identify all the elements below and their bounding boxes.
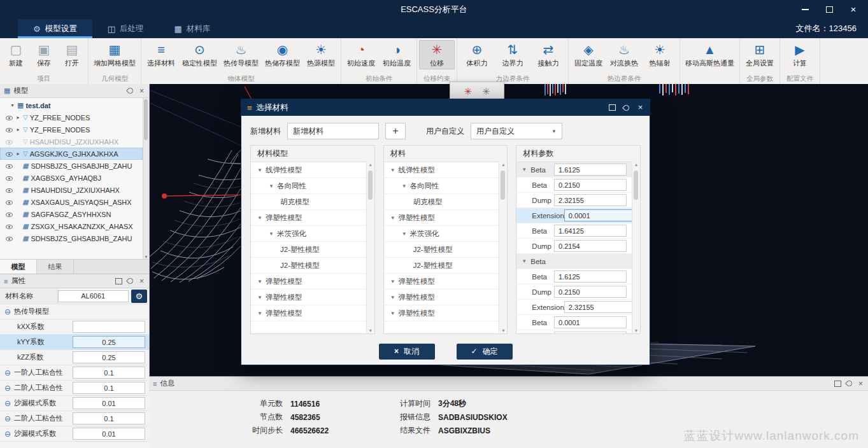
list-item[interactable]: ▼弹塑性模型 [251, 305, 366, 321]
param-value-input[interactable]: 1.64125 [554, 332, 627, 333]
caret-down-icon[interactable]: ▼ [522, 167, 527, 172]
list-item[interactable]: 胡克模型 [384, 194, 499, 210]
param-row[interactable]: Dump0.2154 [516, 239, 632, 254]
property-value-input[interactable]: 0.01 [73, 428, 145, 440]
visibility-eye-icon[interactable] [5, 222, 13, 230]
contact-force-button[interactable]: ⇄接触力 [530, 40, 566, 69]
column-scrollbar[interactable]: ▲ ▼ [366, 162, 374, 333]
param-group-row[interactable]: ▼Beta [516, 254, 632, 269]
visibility-eye-icon[interactable] [5, 174, 13, 182]
list-item[interactable]: ▼弹塑性模型 [251, 290, 366, 305]
property-row[interactable]: ⊖ 二阶人工粘合性 0.1 [0, 381, 149, 396]
tab-material-library[interactable]: ▦ 材料库 [159, 19, 225, 38]
list-item[interactable]: J2-塑性模型 [384, 258, 499, 274]
compute-button[interactable]: ▶计算 [782, 40, 818, 69]
param-row[interactable]: Dump1.64125 [516, 330, 632, 333]
open-button[interactable]: ▤打开 [58, 40, 86, 69]
boundary-force-button[interactable]: ⇅边界力 [495, 40, 530, 69]
visibility-eye-icon[interactable] [5, 186, 13, 194]
caret-down-icon[interactable]: ▼ [257, 279, 262, 284]
tree-item[interactable]: ▦ XSAXGAUS_AISYAQSH_ASHX [0, 196, 143, 208]
displacement-option-icon[interactable]: ✳ [464, 86, 472, 97]
tree-item[interactable]: ▸ ▽ YZ_FREE_NODES [0, 123, 143, 136]
scroll-up-icon[interactable]: ▲ [367, 162, 374, 167]
new-material-input[interactable]: 新增材料 [287, 123, 379, 139]
convection-button[interactable]: ♨对流换热 [606, 40, 642, 69]
cancel-button[interactable]: × 取消 [379, 344, 435, 360]
collapse-icon[interactable]: ⊖ [4, 368, 11, 377]
add-mesh-model-button[interactable]: ▦增加网格模型 [90, 40, 139, 69]
param-value-input[interactable]: 1.64125 [554, 225, 627, 237]
visibility-eye-icon[interactable] [5, 150, 13, 158]
expander-icon[interactable]: ▸ [15, 127, 21, 132]
caret-down-icon[interactable]: ▼ [257, 295, 262, 300]
minimize-button[interactable] [800, 5, 809, 14]
list-item[interactable]: ▼各向同性 [384, 178, 499, 194]
model-panel-pin-button[interactable] [127, 87, 134, 94]
material-name-input[interactable]: AL6061 [58, 290, 129, 302]
visibility-eye-icon[interactable] [5, 125, 13, 134]
property-value-input[interactable]: 0.25 [73, 336, 145, 348]
tree-item[interactable]: ▦ ZSXGX_HSAKAZNZXK_AHASX [0, 220, 143, 232]
list-item[interactable]: J2-塑性模型 [384, 242, 499, 258]
list-item[interactable]: ▼米茨强化 [251, 226, 366, 242]
tree-item[interactable]: ▦ SAGFASGZ_ASYHHXSN [0, 208, 143, 220]
property-row[interactable]: ⊖ 沙漏模式系数 0.01 [0, 396, 149, 411]
user-defined-select[interactable]: 用户自定义 ▼ [471, 123, 562, 139]
param-value-input[interactable]: 0.0001 [554, 316, 627, 328]
visibility-eye-icon[interactable] [5, 113, 13, 122]
caret-down-icon[interactable]: ▼ [390, 167, 395, 173]
properties-pin-button[interactable] [127, 277, 134, 284]
tree-item[interactable]: ▽ HSAUHDISU_JZXIUXHAHX [0, 136, 143, 148]
property-row[interactable]: ⊖ 沙漏模式系数 0.01 [0, 426, 149, 442]
param-group-row[interactable]: ▼Beta 1.6125 [516, 162, 632, 178]
caret-down-icon[interactable]: ▼ [390, 311, 395, 316]
dialog-close-button[interactable]: × [637, 104, 644, 111]
tree-scrollbar[interactable]: ▼ [143, 98, 149, 259]
collapse-icon[interactable]: ⊖ [4, 399, 11, 408]
caret-down-icon[interactable]: ▼ [390, 279, 395, 284]
scroll-up-icon[interactable]: ▲ [632, 162, 640, 167]
confirm-button[interactable]: ✓ 确定 [457, 344, 513, 360]
caret-down-icon[interactable]: ▼ [390, 295, 395, 300]
property-row-selected[interactable]: kYY系数 0.25 [0, 335, 149, 350]
close-button[interactable]: × [849, 5, 858, 14]
model-panel-close-button[interactable]: × [138, 87, 145, 94]
scrollbar-thumb[interactable] [501, 171, 505, 200]
property-row[interactable]: kZZ系数 0.25 [0, 350, 149, 365]
heat-conduction-model-button[interactable]: ♨热传导模型 [220, 40, 262, 69]
dialog-pin-button[interactable] [623, 104, 630, 111]
caret-down-icon[interactable]: ▼ [402, 231, 407, 237]
visibility-eye-icon[interactable] [5, 210, 13, 218]
tab-model[interactable]: 模型 [0, 260, 37, 274]
info-pin-button[interactable] [846, 380, 853, 387]
tab-results[interactable]: 结果 [37, 260, 74, 274]
tree-root[interactable]: ▾ ▦ test.dat [0, 99, 143, 111]
scroll-down-icon[interactable]: ▼ [367, 328, 374, 333]
column-scrollbar[interactable]: ▲ ▼ [499, 162, 507, 333]
tree-item[interactable]: ▸ ▽ YZ_FREE_NODES [0, 111, 143, 123]
save-button[interactable]: ▣保存 [30, 40, 58, 69]
list-item[interactable]: ▼各向同性 [251, 178, 366, 194]
expander-icon[interactable]: ▸ [15, 151, 21, 157]
property-value-input[interactable]: 0.1 [73, 382, 145, 394]
properties-close-button[interactable]: × [138, 277, 145, 284]
list-item[interactable]: 胡克模型 [251, 194, 366, 210]
tree-item-selected[interactable]: ▸ ▽ AGSGKJKG_GJHXAJKHXA [0, 148, 143, 160]
property-section-row[interactable]: ⊖ 热传导模型 [0, 304, 149, 319]
property-row[interactable]: kXX系数 [0, 319, 149, 335]
param-value-input[interactable]: 2.32155 [564, 301, 637, 313]
property-value-input[interactable]: 0.25 [73, 351, 145, 363]
tree-item[interactable]: ▦ HSAUHDISU_JZXIUXHAHX [0, 184, 143, 196]
param-row[interactable]: Beta0.0001 [516, 315, 632, 330]
list-item[interactable]: ▼线弹性模型 [251, 162, 366, 178]
list-item[interactable]: ▼弹塑性模型 [384, 210, 499, 226]
param-value-input[interactable]: 0.2150 [554, 286, 627, 298]
param-value-input[interactable]: 1.6125 [554, 270, 627, 283]
property-row[interactable]: ⊖ 一阶人工粘合性 0.1 [0, 365, 149, 381]
list-item[interactable]: ▼弹塑性模型 [251, 274, 366, 290]
collapse-icon[interactable]: ⊖ [4, 414, 11, 423]
dialog-header[interactable]: ≡ 选择材料 × [241, 99, 650, 116]
param-row-selected[interactable]: Extension0.0001 [516, 208, 632, 223]
collapse-icon[interactable]: ⊖ [4, 384, 11, 393]
